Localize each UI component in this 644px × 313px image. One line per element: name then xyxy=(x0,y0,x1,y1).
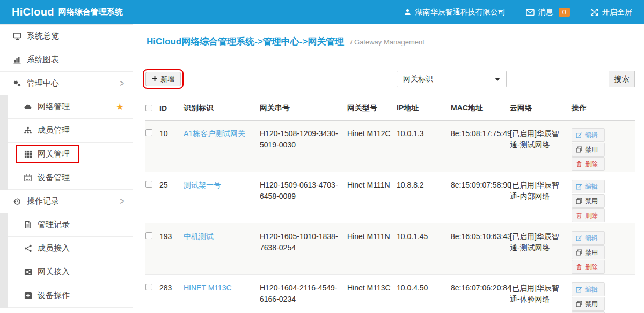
column-header-mac: MAC地址 xyxy=(451,96,510,121)
sitemap-icon xyxy=(22,126,34,135)
user-icon xyxy=(404,8,412,16)
sidebar-item-gateway-management[interactable]: 网关管理 xyxy=(8,143,133,166)
sidebar-item-label: 管理中心 xyxy=(27,78,59,88)
sidebar-item-label: 系统图表 xyxy=(27,55,59,65)
breadcrumb: HiCloud网络综合管理系统->管理中心->网关管理 xyxy=(147,36,344,47)
gateway-name-link[interactable]: 中机测试 xyxy=(184,232,214,241)
row-checkbox[interactable] xyxy=(145,232,152,239)
topbar-right: 湖南华辰智通科技有限公司 消息 0 开启全屏 xyxy=(404,8,632,17)
breadcrumb-subtitle: / Gateway Management xyxy=(350,38,425,46)
cell-network: [已启用]华辰智通-体验网络 xyxy=(510,275,572,313)
app-title: 网络综合管理系统 xyxy=(58,7,123,17)
disable-button[interactable]: 禁用 xyxy=(572,194,605,208)
delete-button[interactable]: 删除 xyxy=(572,260,605,274)
edit-button[interactable]: 编辑 xyxy=(572,180,605,193)
select-all-checkbox[interactable] xyxy=(145,105,152,111)
sidebar-item-member-access[interactable]: 成员接入 xyxy=(8,237,133,260)
disable-button[interactable]: 禁用 xyxy=(572,143,605,156)
messages-menu[interactable]: 消息 0 xyxy=(526,8,570,17)
sidebar-item-network-management[interactable]: 网络管理 ★ xyxy=(8,95,133,119)
plus-square-icon xyxy=(22,292,34,300)
fullscreen-button[interactable]: 开启全屏 xyxy=(590,8,632,17)
delete-button[interactable]: 删除 xyxy=(572,157,605,171)
search-input[interactable] xyxy=(523,71,609,87)
clone-icon xyxy=(576,249,582,256)
cell-model: Hinet M113C xyxy=(347,275,397,313)
cell-serial: H120-1508-1209-3430-5019-0030 xyxy=(260,121,347,172)
sidebar-item-device-operations[interactable]: 设备操作 xyxy=(8,284,133,308)
cell-serial: H120-1605-1010-1838-7638-0254 xyxy=(260,223,347,275)
clone-icon xyxy=(576,198,582,204)
history-icon xyxy=(11,197,23,205)
sidebar-item-system-overview[interactable]: 系统总览 xyxy=(0,25,133,48)
messages-count-badge: 0 xyxy=(559,8,570,17)
row-checkbox[interactable] xyxy=(145,284,152,290)
sidebar-item-management-records[interactable]: 管理记录 xyxy=(8,213,133,237)
cell-serial: H120-1604-2116-4549-6166-0234 xyxy=(260,275,347,313)
company-menu[interactable]: 湖南华辰智通科技有限公司 xyxy=(404,8,506,17)
sidebar-item-label: 网关接入 xyxy=(38,267,70,277)
clone-icon xyxy=(576,301,582,307)
cell-mac: 8e:16:07:06:20:84 xyxy=(451,275,510,313)
chevron-right-icon: > xyxy=(120,196,124,207)
sidebar-item-label: 成员接入 xyxy=(38,243,70,254)
share-icon xyxy=(22,244,34,252)
cell-serial: H120-1509-0613-4703-6458-0089 xyxy=(260,172,347,223)
gateway-name-link[interactable]: A1栋客户测试网关 xyxy=(184,129,245,138)
disable-button[interactable]: 禁用 xyxy=(572,245,605,259)
delete-button[interactable]: 删除 xyxy=(572,208,605,222)
edit-button[interactable]: 编辑 xyxy=(572,231,605,245)
sidebar: 系统总览 系统图表 管理中心 > 网络管理 ★ xyxy=(0,24,133,313)
cell-id: 193 xyxy=(159,223,184,275)
cell-id: 10 xyxy=(159,121,184,172)
sidebar-item-gateway-access[interactable]: 网关接入 xyxy=(8,260,133,284)
cell-model: Hinet M112C xyxy=(347,121,397,172)
edit-button[interactable]: 编辑 xyxy=(572,282,605,296)
table-row: 193 中机测试 H120-1605-1010-1838-7638-0254 H… xyxy=(145,223,635,275)
search-button[interactable]: 搜索 xyxy=(609,71,635,87)
disable-button[interactable]: 禁用 xyxy=(572,297,605,311)
edit-button[interactable]: 编辑 xyxy=(572,128,605,142)
sidebar-item-label: 设备操作 xyxy=(38,290,70,301)
table-row: 283 HINET M113C H120-1604-2116-4549-6166… xyxy=(145,275,635,313)
cell-ip: 10.0.1.45 xyxy=(397,223,451,275)
gateway-name-link[interactable]: HINET M113C xyxy=(184,284,232,292)
column-header-actions: 操作 xyxy=(572,96,635,121)
topbar: HiCloud 网络综合管理系统 湖南华辰智通科技有限公司 消息 0 开启全屏 xyxy=(0,0,644,24)
sidebar-item-label: 设备管理 xyxy=(38,173,70,183)
app-logo: HiCloud xyxy=(12,6,54,18)
column-header-serial: 网关串号 xyxy=(260,96,347,121)
chevron-right-icon: > xyxy=(120,78,124,89)
sidebar-item-system-charts[interactable]: 系统图表 xyxy=(0,48,133,72)
column-header-ip: IP地址 xyxy=(397,96,451,121)
row-checkbox[interactable] xyxy=(145,129,152,136)
sidebar-item-operation-records[interactable]: 操作记录 > xyxy=(0,190,133,213)
star-icon[interactable]: ★ xyxy=(116,102,124,111)
edit-icon xyxy=(576,183,582,190)
cell-ip: 10.0.1.3 xyxy=(397,121,451,172)
cell-mac: 8e:16:05:10:63:43 xyxy=(451,223,510,275)
sidebar-item-member-management[interactable]: 成员管理 xyxy=(8,119,133,143)
expand-icon xyxy=(590,8,598,16)
envelope-icon xyxy=(526,9,535,16)
toolbar: 新增 网关标识 搜索 xyxy=(145,71,635,87)
gateway-filter-select[interactable]: 网关标识 xyxy=(397,71,507,87)
table-row: 25 测试架一号 H120-1509-0613-4703-6458-0089 H… xyxy=(145,172,635,223)
cell-id: 283 xyxy=(159,275,184,313)
cell-mac: 8e:15:08:17:75:49 xyxy=(451,121,510,172)
company-name: 湖南华辰智通科技有限公司 xyxy=(415,8,506,17)
trash-icon xyxy=(576,212,582,219)
sidebar-item-management-center[interactable]: 管理中心 > xyxy=(0,72,133,95)
column-header-name: 识别标识 xyxy=(184,96,260,121)
table-header-row: ID 识别标识 网关串号 网关型号 IP地址 MAC地址 云网络 操作 xyxy=(145,96,635,121)
document-icon xyxy=(22,221,34,229)
operation-records-submenu: 管理记录 成员接入 网关接入 设备操作 xyxy=(0,213,133,308)
column-header-network: 云网络 xyxy=(510,96,572,121)
cell-network: [已启用]华辰智通-测试网络 xyxy=(510,121,572,172)
add-button[interactable]: 新增 xyxy=(145,72,181,86)
gateway-name-link[interactable]: 测试架一号 xyxy=(184,181,221,189)
sidebar-item-device-management[interactable]: 设备管理 xyxy=(8,166,133,190)
edit-icon xyxy=(576,286,582,293)
row-checkbox[interactable] xyxy=(145,181,152,188)
cell-id: 25 xyxy=(159,172,184,223)
